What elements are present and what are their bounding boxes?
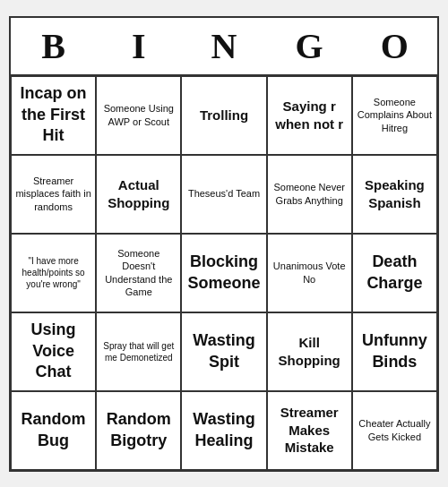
bingo-cell-14[interactable]: Death Charge <box>352 234 437 312</box>
bingo-cell-4[interactable]: Someone Complains About Hitreg <box>352 76 437 155</box>
bingo-cell-5[interactable]: Streamer misplaces faith in randoms <box>11 155 96 234</box>
bingo-cell-13[interactable]: Unanimous Vote No <box>267 234 352 312</box>
bingo-cell-18[interactable]: Kill Shopping <box>267 312 352 391</box>
letter-g: G <box>270 25 349 67</box>
bingo-cell-19[interactable]: Unfunny Binds <box>352 312 437 391</box>
bingo-cell-8[interactable]: Someone Never Grabs Anything <box>267 155 352 234</box>
bingo-cell-16[interactable]: Spray that will get me Demonetized <box>96 312 181 391</box>
bingo-cell-10[interactable]: "I have more health/points so you're wro… <box>11 234 96 312</box>
bingo-cell-17[interactable]: Wasting Spit <box>181 312 266 391</box>
bingo-card: B I N G O Incap on the First HitSomeone … <box>9 16 439 472</box>
bingo-cell-7[interactable]: Theseus'd Team <box>181 155 266 234</box>
bingo-cell-6[interactable]: Actual Shopping <box>96 155 181 234</box>
bingo-cell-1[interactable]: Someone Using AWP or Scout <box>96 76 181 155</box>
bingo-cell-3[interactable]: Saying r when not r <box>267 76 352 155</box>
bingo-cell-22[interactable]: Wasting Healing <box>181 391 266 470</box>
bingo-cell-9[interactable]: Speaking Spanish <box>352 155 437 234</box>
bingo-cell-12[interactable]: Blocking Someone <box>181 234 266 312</box>
bingo-cell-11[interactable]: Someone Doesn't Understand the Game <box>96 234 181 312</box>
bingo-grid: Incap on the First HitSomeone Using AWP … <box>11 76 437 470</box>
letter-i: I <box>99 25 178 67</box>
bingo-cell-23[interactable]: Streamer Makes Mistake <box>267 391 352 470</box>
bingo-cell-2[interactable]: Trolling <box>181 76 266 155</box>
letter-n: N <box>185 25 263 67</box>
bingo-cell-24[interactable]: Cheater Actually Gets Kicked <box>352 391 437 470</box>
letter-b: B <box>14 25 93 67</box>
letter-o: O <box>355 25 434 67</box>
bingo-cell-21[interactable]: Random Bigotry <box>96 391 181 470</box>
bingo-cell-15[interactable]: Using Voice Chat <box>11 312 96 391</box>
bingo-cell-20[interactable]: Random Bug <box>11 391 96 470</box>
bingo-cell-0[interactable]: Incap on the First Hit <box>11 76 96 155</box>
bingo-title: B I N G O <box>11 18 437 76</box>
